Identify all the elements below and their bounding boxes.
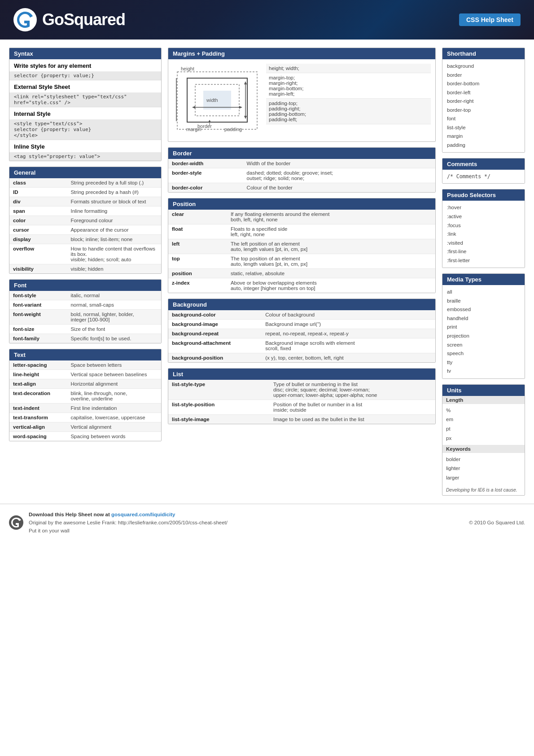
text-header: Text xyxy=(9,349,161,360)
prop-desc: Background image scrolls with elementscr… xyxy=(262,338,435,353)
table-row: colorForeground colour xyxy=(9,216,161,225)
list-item: speech xyxy=(447,349,520,358)
list-item: list-style xyxy=(447,123,520,132)
syntax-item-write-styles: Write styles for any element xyxy=(9,59,161,71)
units-length-label: Length xyxy=(442,396,525,404)
prop-name: font-family xyxy=(9,334,67,343)
media-list: allbrailleembossedhandheldprintprojectio… xyxy=(442,285,525,378)
main-content: Syntax Write styles for any element sele… xyxy=(0,40,534,504)
syntax-header: Syntax xyxy=(9,48,161,59)
table-row: floatFloats to a specified sideleft, rig… xyxy=(168,224,435,239)
logo-area: GoSquared xyxy=(13,8,125,31)
prop-name: word-spacing xyxy=(9,432,67,441)
units-body: Length %emptpx Keywords bolderlighterlar… xyxy=(442,396,525,495)
margin-padding-diagram: margin padding height xyxy=(173,64,263,136)
table-row: background-repeatrepeat, no-repeat, repe… xyxy=(168,329,435,338)
prop-name: list-style-type xyxy=(168,380,270,400)
prop-desc: Inline formatting xyxy=(67,207,161,216)
table-row: leftThe left position of an elementauto,… xyxy=(168,239,435,254)
list-item: braille xyxy=(447,297,520,306)
text-table: letter-spacingSpace between lettersline-… xyxy=(9,360,161,441)
header: GoSquared CSS Help Sheet xyxy=(0,0,534,40)
table-row: background-position(x y), top, center, b… xyxy=(168,353,435,363)
prop-name: text-transform xyxy=(9,413,67,422)
list-item: border xyxy=(447,71,520,80)
table-row: background-imageBackground image url('') xyxy=(168,320,435,329)
comments-header: Comments xyxy=(442,158,525,170)
list-item: tv xyxy=(447,367,520,376)
table-row: classString preceded by a full stop (.) xyxy=(9,178,161,188)
prop-desc: blink, line-through, none,overline, unde… xyxy=(67,389,161,404)
list-item: lighter xyxy=(446,464,521,473)
prop-name: font-style xyxy=(9,291,67,300)
prop-desc: The left position of an elementauto, len… xyxy=(227,239,435,254)
prop-name: border-color xyxy=(168,183,243,193)
prop-name: background-image xyxy=(168,320,262,329)
list-item: :hover xyxy=(447,203,520,212)
list-item: em xyxy=(446,415,521,424)
prop-desc: block; inline; list-item; none xyxy=(67,235,161,244)
table-row: list-style-imageImage to be used as the … xyxy=(168,415,435,424)
prop-name: class xyxy=(9,178,67,188)
syntax-body: Write styles for any element selector {p… xyxy=(9,59,161,161)
list-item: border-left xyxy=(447,88,520,97)
syntax-item-internal: Internal Style xyxy=(9,107,161,119)
svg-marker-11 xyxy=(192,106,195,109)
background-table: background-colorColour of backgroundback… xyxy=(168,310,435,362)
list-item: :focus xyxy=(447,221,520,230)
list-item: print xyxy=(447,323,520,332)
col-mid: Margins + Padding margin padding xyxy=(168,48,436,424)
prop-name: letter-spacing xyxy=(9,360,67,370)
table-row: font-styleitalic, normal xyxy=(9,291,161,300)
css-help-badge: CSS Help Sheet xyxy=(459,13,521,26)
list-item: screen xyxy=(447,341,520,350)
logo-text: GoSquared xyxy=(42,10,125,29)
table-row: text-transformcapitalise, lowercase, upp… xyxy=(9,413,161,422)
list-item: tty xyxy=(447,358,520,367)
table-row: background-attachmentBackground image sc… xyxy=(168,338,435,353)
prop-desc: First line indentation xyxy=(67,404,161,413)
prop-desc: Vertical space between baselines xyxy=(67,370,161,379)
table-row: font-weightbold, normal, lighter, bolder… xyxy=(9,310,161,325)
prop-name: visibility xyxy=(9,264,67,274)
svg-text:width: width xyxy=(206,97,218,103)
background-header: Background xyxy=(168,299,435,310)
text-section: Text letter-spacingSpace between letters… xyxy=(9,349,162,441)
media-types-header: Media Types xyxy=(442,274,525,285)
table-row: border-widthWidth of the border xyxy=(168,159,435,168)
prop-desc: Size of the font xyxy=(67,325,161,334)
border-header: Border xyxy=(168,148,435,159)
table-row: clearIf any floating elements around the… xyxy=(168,210,435,224)
prop-name: z-index xyxy=(168,278,227,293)
shorthand-header: Shorthand xyxy=(442,48,525,59)
prop-name: cursor xyxy=(9,225,67,235)
svg-point-19 xyxy=(9,515,23,530)
prop-desc: Above or below overlapping elementsauto,… xyxy=(227,278,435,293)
table-row: border-styledashed; dotted; double; groo… xyxy=(168,168,435,183)
table-row: IDString preceded by a hash (#) xyxy=(9,188,161,197)
list-item: :visited xyxy=(447,239,520,248)
footer-url[interactable]: gosquared.com/liquidicity xyxy=(111,512,175,517)
text-body: letter-spacingSpace between lettersline-… xyxy=(9,360,161,441)
prop-name: clear xyxy=(168,210,227,224)
footer-copyright: © 2010 Go Squared Ltd. xyxy=(469,520,525,525)
shorthand-section: Shorthand backgroundborderborder-bottomb… xyxy=(442,48,525,153)
prop-name: background-position xyxy=(168,353,262,363)
list-item: border-right xyxy=(447,97,520,106)
prop-desc: Colour of background xyxy=(262,310,435,320)
table-row: font-variantnormal, small-caps xyxy=(9,300,161,310)
prop-name: display xyxy=(9,235,67,244)
table-row: positionstatic, relative, absolute xyxy=(168,269,435,278)
footer-left: Download this Help Sheet now at gosquare… xyxy=(9,510,228,535)
syntax-code-link: <link rel="stylesheet" type="text/css"hr… xyxy=(9,92,161,107)
border-section: Border border-widthWidth of the borderbo… xyxy=(168,147,436,193)
prop-desc: String preceded by a full stop (.) xyxy=(67,178,161,188)
table-row: displayblock; inline; list-item; none xyxy=(9,235,161,244)
prop-desc: Appearance of the cursor xyxy=(67,225,161,235)
syntax-code-selector: selector {property: value;} xyxy=(9,71,161,80)
list-item: :first-line xyxy=(447,247,520,256)
list-item: px xyxy=(446,434,521,443)
syntax-section: Syntax Write styles for any element sele… xyxy=(9,48,162,161)
gosquared-logo-icon xyxy=(13,8,37,31)
svg-marker-15 xyxy=(244,116,247,119)
